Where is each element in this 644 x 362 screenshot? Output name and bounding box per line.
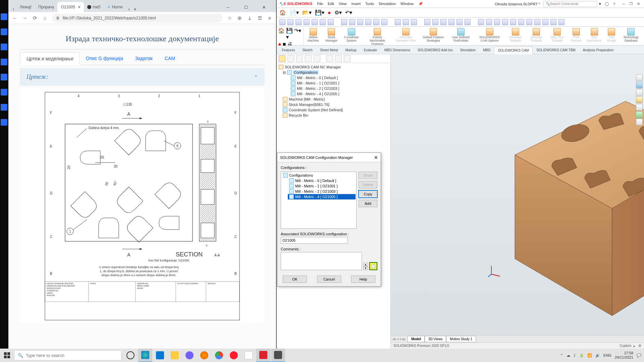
status-units[interactable]: Custom (620, 344, 631, 348)
tree-row[interactable]: Machine [Mill - Metric] (283, 97, 388, 102)
gear-icon[interactable]: ⚙▾ (334, 9, 342, 16)
config-item[interactable]: Mill - Metric - 2 [ O21003 ] (288, 189, 356, 194)
ctab-swcam[interactable]: SOLIDWORKS CAM (494, 47, 533, 54)
nav-tab-task[interactable]: Задатак (129, 52, 159, 65)
task-cortana[interactable] (123, 349, 138, 362)
tool-icon[interactable] (411, 19, 417, 25)
tool-icon[interactable] (328, 19, 334, 25)
close-icon[interactable]: ✕ (257, 3, 271, 12)
ctab-evaluate[interactable]: Evaluate (360, 46, 381, 54)
task-mail[interactable] (153, 349, 167, 362)
rb-extract-features[interactable]: Extract Machinable Features (363, 27, 392, 47)
rb-gen-opplan[interactable]: Generate Operation Plan (393, 27, 419, 43)
custom-props-icon[interactable] (636, 111, 643, 118)
nav-tab-drawing[interactable]: Цртеж и моделирање (20, 52, 80, 65)
save-icon[interactable]: 💾▾ (315, 9, 324, 16)
tool-icon[interactable] (395, 19, 401, 25)
rb-post-process[interactable]: Post Process (568, 27, 584, 43)
browser-tab[interactable]: Прорачу (35, 2, 57, 12)
desktop-icon[interactable] (1, 28, 7, 35)
tree-row[interactable]: Mill - Metric - 2 [ O21003 ] (291, 86, 388, 91)
home-icon[interactable]: ⌂ (42, 15, 48, 21)
rb-sim-toolpath[interactable]: Simulate Toolpath (526, 27, 546, 43)
ctab-addins[interactable]: SOLIDWORKS Add-Ins (414, 46, 456, 54)
tree-tab-dim[interactable] (314, 55, 320, 62)
task-solidworks[interactable] (256, 349, 270, 362)
desktop-icon[interactable] (1, 119, 7, 126)
tool-icon[interactable] (440, 19, 446, 25)
task-opera[interactable] (227, 349, 241, 362)
status-cog-icon[interactable]: ⚙ (638, 344, 641, 348)
expand-icon[interactable]: ⊟ (283, 70, 286, 75)
accordion-header[interactable]: Цртеж: ⌃ (20, 68, 264, 85)
ctab-swcamtbm[interactable]: SOLIDWORKS CAM TBM (533, 46, 579, 54)
reload-icon[interactable]: ⟳ (32, 15, 38, 21)
tree-row[interactable]: SOLIDWORKS CAM NC Manager (279, 64, 388, 70)
assoc-config-field[interactable]: O21005 (281, 237, 348, 244)
task-firefox[interactable] (197, 349, 211, 362)
ctab-sketch[interactable]: Sketch (299, 46, 316, 54)
tool-icon[interactable] (357, 19, 363, 25)
desktop-icon[interactable] (1, 13, 7, 20)
design-lib-icon[interactable] (636, 82, 643, 88)
tree-row[interactable]: Mill - Metric - 4 [ O21005 ] (291, 91, 388, 97)
reading-icon[interactable]: ☰ (257, 15, 263, 21)
tray-onedrive-icon[interactable]: ☁ (567, 353, 570, 358)
tool-icon[interactable] (478, 19, 484, 25)
taskbar-search[interactable]: 🔍 Type here to search (14, 350, 121, 360)
tool-icon[interactable] (510, 19, 516, 25)
tree-row[interactable]: Coordinate System [Not Defined] (283, 107, 388, 113)
file-explorer-icon[interactable] (636, 89, 643, 96)
notifications-icon[interactable]: 💬 (637, 353, 641, 358)
tool-icon[interactable] (403, 19, 409, 25)
forum-icon[interactable] (636, 119, 643, 125)
desktop-icon[interactable] (1, 74, 7, 80)
tree-tab-extra[interactable] (344, 55, 351, 62)
close-icon[interactable]: ✕ (635, 1, 642, 7)
tool-icon[interactable] (494, 19, 500, 25)
tree-tab-cam[interactable] (279, 55, 285, 62)
ctab-sheetmetal[interactable]: Sheet Metal (316, 46, 341, 54)
scroll-up-icon[interactable]: ▲ (363, 263, 368, 266)
tool-icon[interactable] (320, 19, 326, 25)
menu-icon[interactable]: ≡ (267, 15, 273, 21)
view-palette-icon[interactable] (636, 97, 643, 103)
desktop-icon[interactable] (1, 59, 7, 65)
address-input[interactable]: 🗎 file:///F:/Skolska_2021_2022/Web/haas/… (52, 14, 222, 22)
rb-cam-options[interactable]: SOLIDWORKS CAM Options (475, 27, 504, 43)
rb-step-thru[interactable]: Step Thru Toolpath (547, 27, 568, 43)
desktop-icon[interactable] (1, 89, 7, 96)
close-icon[interactable]: × (78, 4, 80, 10)
tray-volume-icon[interactable]: 🔊 (595, 353, 600, 358)
rb-stock-manager[interactable]: Stock Manager (323, 27, 340, 43)
delete-button[interactable]: Delete (359, 181, 377, 188)
tree-row[interactable]: Recycle Bin (283, 113, 388, 118)
task-explorer[interactable] (168, 349, 182, 362)
sw-3d-viewport[interactable]: ⏮ ◀ ▶ ⏭ Model 3D Views Motion Study 1 SO… (391, 54, 644, 349)
ctab-markup[interactable]: Markup (341, 46, 360, 54)
ctab-analysis[interactable]: Analysis Preparation (579, 46, 618, 54)
user-icon[interactable]: ◯ (603, 1, 610, 7)
tool-icon[interactable] (424, 19, 430, 25)
rb-define-machine[interactable]: Define Machine (304, 27, 322, 43)
taskbar-clock[interactable]: 17:58 24/11/2021 (615, 351, 633, 360)
close-icon[interactable]: ✕ (374, 155, 378, 160)
tree-row[interactable]: Stock Manager[6061-T6] (283, 102, 388, 107)
copy-button[interactable]: Copy (359, 190, 377, 198)
menu-tools[interactable]: Tools (365, 2, 374, 6)
task-paint[interactable] (241, 349, 256, 362)
status-dropdown-icon[interactable]: ▴ (633, 344, 635, 348)
rb-tech-db[interactable]: Technology Database (620, 27, 643, 43)
btab-motion[interactable]: Motion Study 1 (446, 336, 476, 342)
nav-tab-cam[interactable]: CAM (159, 52, 181, 65)
open-icon[interactable]: 📂▾ (302, 9, 312, 16)
task-chrome[interactable] (212, 349, 226, 362)
tool-icon[interactable] (304, 19, 310, 25)
ok-button[interactable]: OK (283, 276, 307, 283)
maximize-icon[interactable]: ☐ (238, 3, 253, 12)
rb-gen-toolpath[interactable]: Generate Toolpath (505, 27, 526, 43)
config-item[interactable]: Mill - Metric - 0 [ Default ] (288, 178, 356, 183)
rb-default-strat[interactable]: Default Feature Strategies (420, 27, 447, 43)
tool-icon[interactable] (502, 19, 508, 25)
tree-tab-op[interactable] (326, 55, 333, 62)
